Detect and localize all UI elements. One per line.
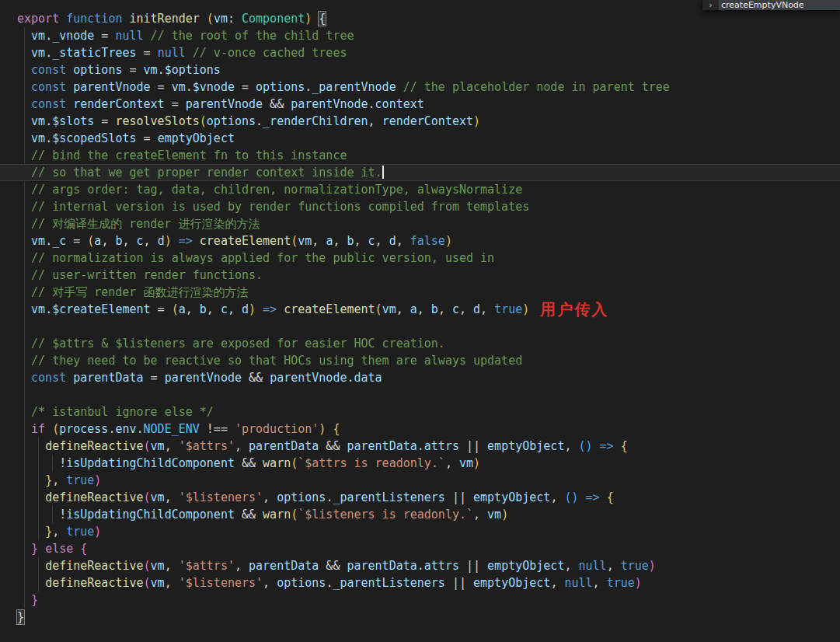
code-token: defineReactive (45, 576, 143, 590)
code-token: ) (473, 114, 480, 128)
code-token: `$listeners is readonly.` (298, 508, 473, 522)
code-token: options (277, 490, 326, 504)
code-token: defineReactive (45, 559, 143, 573)
code-line[interactable]: // normalization is always applied for t… (0, 249, 840, 267)
code-token: { (621, 439, 628, 453)
code-token: const (31, 97, 66, 111)
code-line[interactable]: const parentVnode = vm.$vnode = options.… (0, 79, 840, 96)
code-line[interactable]: const options = vm.$options (0, 61, 840, 79)
code-token: '$listeners' (179, 576, 263, 590)
code-token (17, 559, 45, 573)
code-line[interactable]: vm.$createElement = (a, b, c, d) => crea… (0, 301, 840, 318)
code-token: vm (298, 234, 312, 248)
code-line-current[interactable]: // so that we get proper render context … (0, 164, 840, 181)
code-line[interactable]: const renderContext = parentVnode && par… (0, 96, 840, 113)
code-token: , (263, 576, 277, 590)
code-line[interactable]: }, true) (0, 472, 840, 489)
code-line[interactable] (0, 318, 840, 335)
code-token: || (445, 490, 473, 504)
chevron-right-icon: › (702, 0, 719, 10)
code-line[interactable]: }, true) (0, 523, 840, 540)
code-token (17, 593, 31, 607)
code-token: $slots (52, 114, 94, 128)
code-token: = (165, 97, 186, 111)
code-token: ) (94, 473, 101, 487)
code-line[interactable]: } else { (0, 540, 840, 557)
code-token: b (200, 302, 207, 316)
code-token (17, 148, 31, 162)
code-token: = (94, 114, 115, 128)
code-token (17, 490, 45, 504)
code-token: && (235, 508, 263, 522)
code-line[interactable]: vm._vnode = null // the root of the chil… (0, 27, 840, 44)
code-line[interactable]: vm._staticTrees = null // v-once cached … (0, 44, 840, 61)
code-line[interactable]: defineReactive(vm, '$attrs', parentData … (0, 438, 840, 455)
code-line[interactable]: } (0, 609, 840, 626)
code-token: ) (635, 576, 642, 590)
code-line[interactable]: // bind the createElement fn to this ins… (0, 147, 840, 164)
code-token: . (186, 80, 193, 94)
code-token: ) (473, 456, 480, 470)
symbol-popup[interactable]: › createEmptyVNode (702, 0, 840, 10)
code-token: vm (31, 302, 45, 316)
code-line[interactable]: defineReactive(vm, '$listeners', options… (0, 574, 840, 591)
code-line[interactable]: // 对编译生成的 render 进行渲染的方法 (0, 215, 840, 232)
code-line[interactable]: // internal version is used by render fu… (0, 198, 840, 215)
code-token: , (564, 559, 578, 573)
code-token: // so that we get proper render context … (31, 166, 382, 180)
code-token: . (417, 559, 424, 573)
code-line[interactable]: defineReactive(vm, '$listeners', options… (0, 489, 840, 506)
code-line[interactable]: const parentData = parentVnode && parent… (0, 369, 840, 386)
code-line[interactable]: defineReactive(vm, '$attrs', parentData … (0, 557, 840, 574)
code-token: _staticTrees (52, 46, 136, 60)
code-token: true (66, 473, 94, 487)
code-line[interactable]: // args order: tag, data, children, norm… (0, 181, 840, 198)
code-line[interactable]: vm.$slots = resolveSlots(options._render… (0, 113, 840, 130)
code-token: => (600, 439, 614, 453)
code-line[interactable]: // they need to be reactive so that HOCs… (0, 352, 840, 369)
code-line[interactable]: /* istanbul ignore else */ (0, 403, 840, 420)
code-token: => (263, 302, 277, 316)
code-line[interactable]: !isUpdatingChildComponent && warn(`$attr… (0, 455, 840, 472)
code-line[interactable]: export function initRender (vm: Componen… (0, 10, 840, 27)
code-token: const (31, 371, 66, 385)
code-token: emptyObject (487, 439, 564, 453)
code-token: $scopedSlots (52, 131, 136, 145)
code-token (17, 97, 31, 111)
code-token (17, 337, 31, 351)
code-token: , (480, 302, 494, 316)
code-line[interactable]: !isUpdatingChildComponent && warn(`$list… (0, 506, 840, 523)
code-line[interactable]: // 对手写 render 函数进行渲染的方法 (0, 284, 840, 301)
code-token: options (207, 114, 256, 128)
code-line[interactable]: } (0, 591, 840, 609)
code-token: export (17, 12, 59, 26)
code-line[interactable]: // $attrs & $listeners are exposed for e… (0, 335, 840, 352)
code-token: parentVnode (165, 371, 242, 385)
code-token: , (235, 439, 249, 453)
code-token: const (31, 80, 66, 94)
code-line[interactable]: if (process.env.NODE_ENV !== 'production… (0, 420, 840, 438)
code-token: env (115, 422, 136, 436)
code-line[interactable]: vm._c = (a, b, c, d) => createElement(vm… (0, 232, 840, 249)
code-token: . (417, 439, 424, 453)
bracket-match-highlight: { (319, 12, 326, 26)
code-token: } (31, 542, 38, 556)
code-token (17, 371, 31, 385)
code-area[interactable]: export function initRender (vm: Componen… (0, 0, 840, 626)
code-token: vm (151, 559, 165, 573)
code-token: '$attrs' (179, 439, 235, 453)
code-token: } (45, 473, 52, 487)
code-token: NODE_ENV (144, 422, 200, 436)
code-token (17, 114, 31, 128)
code-editor[interactable]: export function initRender (vm: Componen… (0, 0, 840, 642)
code-line[interactable]: // user-written render functions. (0, 267, 840, 284)
code-line[interactable]: vm.$scopedSlots = emptyObject (0, 130, 840, 147)
code-token: = (137, 46, 158, 60)
code-token: options (73, 63, 122, 77)
code-token: , (263, 490, 277, 504)
symbol-popup-label[interactable]: createEmptyVNode (719, 0, 840, 10)
code-token (17, 542, 31, 556)
code-line[interactable] (0, 386, 840, 403)
code-token: parentData (249, 559, 319, 573)
code-token: c (452, 302, 459, 316)
